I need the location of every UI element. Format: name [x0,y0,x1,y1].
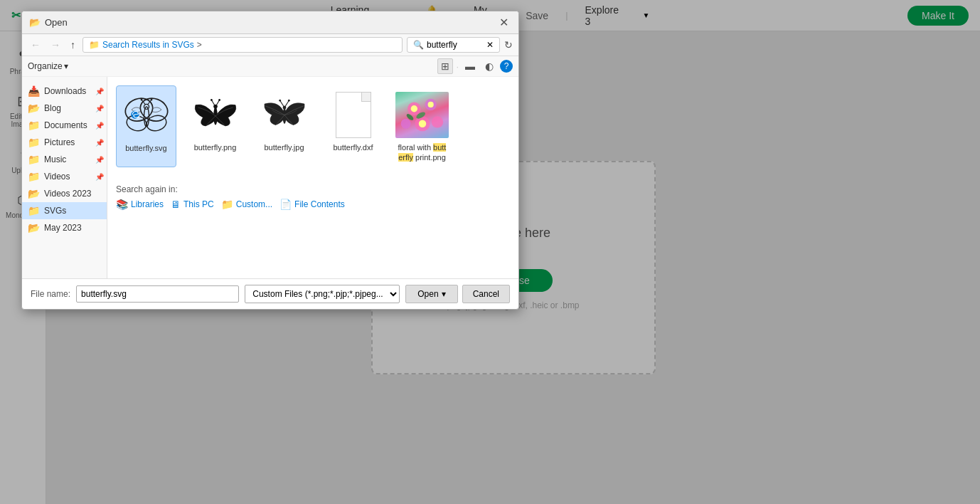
file-thumb-floral-png [395,90,449,140]
nav-folder-may2023[interactable]: 📂 May 2023 [22,219,107,236]
videos2023-folder-icon: 📂 [28,188,40,199]
search-custom-link[interactable]: 📁 Custom... [221,199,272,210]
videos-folder-icon: 📁 [28,171,40,182]
file-name-butterfly-dxf: butterfly.dxf [333,142,373,152]
open-button[interactable]: Open ▾ [405,285,457,303]
forward-button[interactable]: → [48,38,63,52]
butterfly-jpg-thumb [260,92,309,138]
pictures-folder-label: Pictures [44,137,75,147]
refresh-button[interactable]: ↻ [504,39,513,51]
filename-input[interactable] [76,285,239,303]
libraries-icon: 📚 [116,199,128,210]
music-folder-label: Music [44,154,66,164]
downloads-pin-icon: 📌 [95,88,104,95]
view-details[interactable]: ◐ [481,58,497,74]
nav-folder-music[interactable]: 📁 Music 📌 [22,151,107,168]
svg-point-14 [211,99,213,101]
nav-folder-videos2023[interactable]: 📂 Videos 2023 [22,185,107,202]
nav-folder-downloads[interactable]: 📥 Downloads 📌 [22,83,107,100]
view-list[interactable]: ▬ [462,58,479,74]
documents-folder-label: Documents [44,120,87,130]
search-input[interactable] [427,40,484,50]
search-clear-icon[interactable]: ✕ [486,40,494,50]
filename-label: File name: [31,289,70,299]
butterfly-png-thumb [191,92,240,138]
search-file-contents-link[interactable]: 📄 File Contents [279,199,345,210]
nav-folder-svgs[interactable]: 📁 SVGs [22,202,107,219]
nav-folder-videos[interactable]: 📁 Videos 📌 [22,168,107,185]
svg-point-22 [287,99,289,101]
highlight-butterfly: butterfly [398,143,446,162]
path-root-text: Search Results in SVGs [102,40,194,50]
filetype-select[interactable]: Custom Files (*.png;*.pjp;*.pjpeg... [245,285,400,303]
blog-pin-icon: 📌 [95,105,104,112]
organize-arrow: ▾ [64,61,68,71]
dialog-files-area: butterfly.svg [107,77,518,278]
dialog-footer: File name: Custom Files (*.png;*.pjp;*.p… [22,278,518,309]
back-button[interactable]: ← [28,38,43,52]
help-button[interactable]: ? [500,60,513,73]
may2023-folder-icon: 📂 [28,222,40,233]
dialog-title: 📂 Open [29,17,68,28]
downloads-folder-icon: 📥 [28,85,40,97]
cancel-button[interactable]: Cancel [462,285,510,303]
file-item-butterfly-jpg[interactable]: butterfly.jpg [254,85,314,167]
search-again-section: Search again in: 📚 Libraries 🖥 This PC 📁… [116,184,510,210]
search-box[interactable]: 🔍 ✕ [407,37,500,53]
svg-point-29 [400,118,410,128]
downloads-folder-label: Downloads [44,86,86,96]
custom-label: Custom... [236,199,272,209]
pictures-pin-icon: 📌 [95,139,104,147]
floral-thumb-svg [398,92,447,138]
libraries-label: Libraries [131,199,164,209]
blank-file-icon [336,92,371,138]
file-item-butterfly-png[interactable]: butterfly.png [185,85,245,167]
address-path: 📁 Search Results in SVGs > [82,37,403,53]
this-pc-icon: 🖥 [171,199,181,210]
organize-button[interactable]: Organize ▾ [28,61,68,71]
svg-point-26 [427,101,433,107]
open-dropdown-icon: ▾ [442,289,446,299]
may2023-folder-label: May 2023 [44,223,82,233]
file-contents-icon: 📄 [279,199,292,210]
custom-icon: 📁 [221,199,233,210]
nav-folder-blog[interactable]: 📂 Blog 📌 [22,100,107,117]
file-item-butterfly-svg[interactable]: butterfly.svg [116,85,176,167]
blog-folder-icon: 📂 [28,103,40,114]
documents-pin-icon: 📌 [95,122,104,130]
dialog-title-icon: 📂 [29,17,41,28]
dialog-addressbar: ← → ↑ 📁 Search Results in SVGs > 🔍 ✕ ↻ [22,34,518,56]
svg-point-28 [418,120,426,127]
search-this-pc-link[interactable]: 🖥 This PC [171,199,214,210]
documents-folder-icon: 📁 [28,120,40,131]
file-contents-label: File Contents [294,199,345,209]
nav-folder-pictures[interactable]: 📁 Pictures 📌 [22,134,107,151]
dialog-close-button[interactable]: ✕ [496,16,511,29]
blog-folder-label: Blog [44,103,61,113]
view-large-icon[interactable]: ⊞ [437,58,453,74]
file-name-butterfly-png: butterfly.png [194,142,237,152]
file-thumb-butterfly-png [188,90,242,140]
dialog-toolbar: Organize ▾ ⊞ · ▬ ◐ ? [22,56,518,77]
footer-actions: Open ▾ Cancel [405,285,510,303]
nav-folder-documents[interactable]: 📁 Documents 📌 [22,117,107,134]
path-arrow: > [197,40,202,50]
dialog-nav: 📥 Downloads 📌 📂 Blog 📌 📁 Documents 📌 📁 P… [22,77,107,278]
search-again-label: Search again in: [116,184,510,194]
up-button[interactable]: ↑ [68,38,78,52]
svgs-folder-icon: 📁 [28,205,40,216]
file-item-floral-png[interactable]: floral with butterfly print.png [392,85,452,167]
file-item-butterfly-dxf[interactable]: butterfly.dxf [323,85,383,167]
pictures-folder-icon: 📁 [28,137,40,148]
search-again-options: 📚 Libraries 🖥 This PC 📁 Custom... 📄 File… [116,199,510,210]
organize-label: Organize [28,61,63,71]
svg-point-24 [410,105,417,112]
files-grid: butterfly.svg [116,85,510,167]
file-open-dialog: 📂 Open ✕ ← → ↑ 📁 Search Results in SVGs … [21,11,519,310]
svg-point-18 [282,105,286,109]
svg-point-16 [218,99,220,101]
search-libraries-link[interactable]: 📚 Libraries [116,199,164,210]
file-thumb-butterfly-svg [119,90,173,140]
floral-thumbnail [395,92,449,138]
path-folder-icon: 📁 [89,40,100,50]
